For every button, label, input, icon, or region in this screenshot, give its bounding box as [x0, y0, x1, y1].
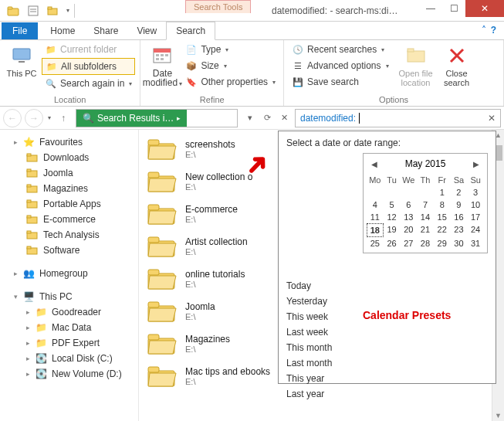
- calendar-day[interactable]: 6: [400, 199, 417, 211]
- tab-share[interactable]: Share: [84, 22, 127, 39]
- next-month-button[interactable]: ▶: [472, 160, 481, 168]
- sidebar-item-new-volume-d-[interactable]: ▸💽New Volume (D:): [0, 366, 138, 382]
- sidebar-item-magazines[interactable]: Magazines: [0, 181, 138, 196]
- tab-home[interactable]: Home: [41, 22, 84, 39]
- sidebar-item-software[interactable]: Software: [0, 243, 138, 258]
- calendar-day[interactable]: 2: [451, 186, 468, 199]
- date-preset-last-week[interactable]: Last week: [286, 326, 332, 338]
- calendar-day[interactable]: 8: [434, 199, 451, 211]
- svg-rect-34: [27, 246, 31, 249]
- calendar-day[interactable]: 3: [467, 186, 484, 199]
- address-bar[interactable]: 🔍 Search Results i… ▸: [76, 109, 238, 127]
- calendar-day[interactable]: 24: [467, 223, 484, 237]
- sidebar-item-joomla[interactable]: Joomla: [0, 165, 138, 181]
- save-search-button[interactable]: 💾Save search: [289, 74, 391, 90]
- calendar-day[interactable]: 7: [417, 199, 434, 211]
- calendar-day[interactable]: 31: [467, 237, 484, 250]
- calendar-day[interactable]: 27: [400, 237, 417, 250]
- minimize-button[interactable]: —: [419, 0, 442, 17]
- tab-file[interactable]: File: [2, 22, 38, 39]
- sidebar-item-tech-analysis[interactable]: Tech Analysis: [0, 227, 138, 243]
- sidebar-favourites[interactable]: ▸⭐Favourites: [0, 134, 138, 150]
- svg-rect-16: [161, 58, 164, 60]
- calendar-day[interactable]: 13: [400, 211, 417, 223]
- type-button[interactable]: 📄Type▾: [182, 42, 279, 57]
- all-subfolders-button[interactable]: 📁All subfolders: [42, 58, 135, 75]
- sidebar-item-mac-data[interactable]: ▸📁Mac Data: [0, 320, 138, 335]
- calendar-day[interactable]: 17: [467, 211, 484, 223]
- date-preset-last-month[interactable]: Last month: [286, 357, 332, 369]
- close-search-button[interactable]: Close search: [440, 42, 474, 87]
- window-buttons: — ☐ ✕: [419, 0, 504, 17]
- date-preset-this-month[interactable]: This month: [286, 341, 332, 354]
- address-dropdown-icon[interactable]: ▾: [242, 110, 258, 126]
- calendar-day[interactable]: 12: [384, 211, 401, 223]
- date-modified-button[interactable]: Date modified▾: [145, 42, 179, 89]
- this-pc-button[interactable]: This PC: [5, 42, 39, 78]
- calendar-day[interactable]: 10: [467, 199, 484, 211]
- refresh-icon[interactable]: ⟳: [259, 110, 275, 126]
- calendar-day[interactable]: 4: [367, 199, 384, 211]
- calendar-day[interactable]: 29: [434, 237, 451, 250]
- up-button[interactable]: ↑: [54, 109, 73, 127]
- stop-icon[interactable]: ✕: [276, 110, 292, 126]
- list-icon: ☰: [292, 59, 304, 72]
- search-again-button[interactable]: 🔍Search again in▾: [42, 76, 135, 91]
- calendar-day[interactable]: 16: [451, 211, 468, 223]
- date-preset-this-year[interactable]: This year: [286, 372, 332, 385]
- calendar-day[interactable]: 28: [417, 237, 434, 250]
- advanced-options-button[interactable]: ☰Advanced options▾: [289, 58, 391, 73]
- close-window-button[interactable]: ✕: [465, 0, 504, 17]
- calendar-day[interactable]: 9: [451, 199, 468, 211]
- recent-searches-button[interactable]: 🕓Recent searches▾: [289, 42, 391, 57]
- ribbon-group-location: This PC 📁Current folder 📁All subfolders …: [0, 40, 140, 106]
- calendar-day[interactable]: 11: [367, 211, 384, 223]
- calendar-day[interactable]: 30: [451, 237, 468, 250]
- back-button[interactable]: ←: [3, 109, 22, 127]
- forward-button[interactable]: →: [25, 109, 43, 127]
- history-dropdown-icon[interactable]: ▾: [48, 114, 51, 121]
- clear-search-icon[interactable]: ✕: [488, 113, 496, 124]
- search-input[interactable]: datemodified: ✕: [295, 109, 501, 127]
- prev-month-button[interactable]: ◀: [370, 160, 379, 168]
- breadcrumb[interactable]: 🔍 Search Results i… ▸: [76, 110, 187, 127]
- tab-search[interactable]: Search: [166, 22, 215, 40]
- calendar-day[interactable]: 18: [367, 223, 384, 237]
- sidebar-this-pc[interactable]: ▾🖥️This PC: [0, 289, 138, 304]
- calendar-weekday: Fr: [434, 174, 451, 186]
- help-icon[interactable]: ?: [491, 25, 496, 36]
- calendar-day[interactable]: 15: [434, 211, 451, 223]
- sidebar-item-downloads[interactable]: Downloads: [0, 150, 138, 165]
- calendar-day[interactable]: 26: [384, 237, 401, 250]
- calendar-day[interactable]: 19: [384, 223, 401, 237]
- sidebar-item-goodreader[interactable]: ▸📁Goodreader: [0, 304, 138, 320]
- calendar-day[interactable]: 20: [400, 223, 417, 237]
- calendar-day[interactable]: 5: [384, 199, 401, 211]
- qat-dropdown-icon[interactable]: ▾: [66, 7, 69, 14]
- sidebar-homegroup[interactable]: ▸👥Homegroup: [0, 266, 138, 281]
- sidebar-item-e-commerce[interactable]: E-commerce: [0, 212, 138, 227]
- tab-view[interactable]: View: [127, 22, 166, 39]
- size-button[interactable]: 📦Size▾: [182, 58, 279, 73]
- calendar-day[interactable]: 22: [434, 223, 451, 237]
- current-folder-button[interactable]: 📁Current folder: [42, 42, 135, 57]
- date-preset-last-year[interactable]: Last year: [286, 388, 332, 400]
- calendar-day[interactable]: 25: [367, 237, 384, 250]
- sidebar-item-pdf-expert[interactable]: ▸📁PDF Expert: [0, 335, 138, 351]
- calendar-day[interactable]: 21: [417, 223, 434, 237]
- properties-icon[interactable]: [25, 2, 42, 19]
- file-path: E:\: [185, 377, 270, 386]
- date-preset-today[interactable]: Today: [286, 280, 332, 292]
- date-preset-yesterday[interactable]: Yesterday: [286, 295, 332, 307]
- date-preset-this-week[interactable]: This week: [286, 311, 332, 323]
- other-properties-button[interactable]: 🔖Other properties▾: [182, 74, 279, 90]
- calendar-day[interactable]: 1: [434, 186, 451, 199]
- sidebar-item-local-disk-c-[interactable]: ▸💽Local Disk (C:): [0, 351, 138, 366]
- calendar-day[interactable]: 23: [451, 223, 468, 237]
- sidebar-item-portable-apps[interactable]: Portable Apps: [0, 196, 138, 212]
- minimize-ribbon-icon[interactable]: ˄: [482, 25, 486, 36]
- calendar-day[interactable]: 14: [417, 211, 434, 223]
- maximize-button[interactable]: ☐: [442, 0, 465, 17]
- new-folder-icon[interactable]: [45, 2, 62, 19]
- size-icon: 📦: [185, 59, 198, 72]
